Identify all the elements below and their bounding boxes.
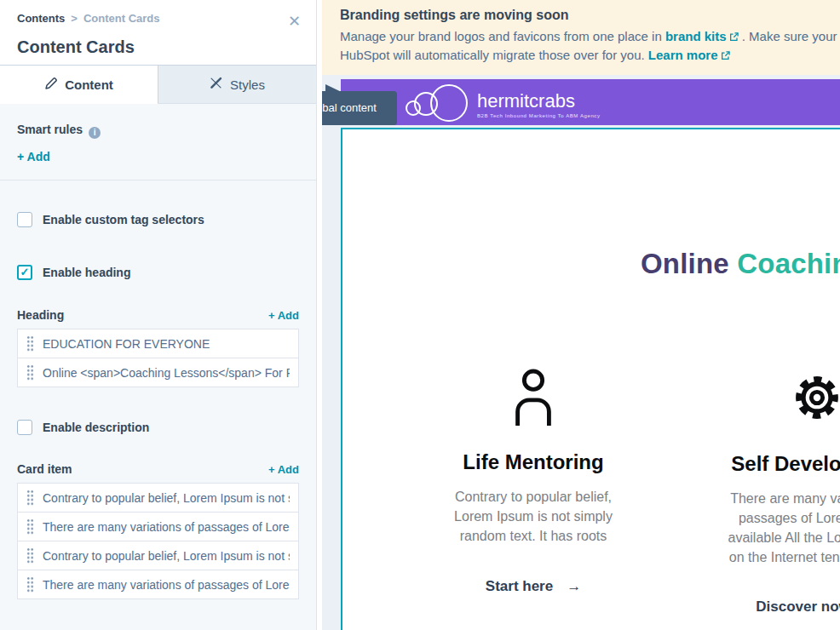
card-item-input-row[interactable]: Contrary to popular belief, Lorem Ipsum … xyxy=(17,483,299,513)
page-preview-pane: hermitcrabs B2B Tech Inbound Marketing T… xyxy=(322,75,840,630)
card-item-input-row[interactable]: Contrary to popular belief, Lorem Ipsum … xyxy=(17,541,299,570)
settings-sidebar: Contents > Content Cards ✕ Content Cards… xyxy=(0,0,317,630)
breadcrumb-link-contents[interactable]: Contents xyxy=(17,12,65,25)
heading-group-header: Heading + Add xyxy=(17,308,299,322)
heading-part-2: Coaching xyxy=(737,248,840,279)
heading-input-value[interactable]: EDUCATION FOR EVERYONE xyxy=(43,337,290,351)
heading-group-label: Heading xyxy=(17,308,64,322)
heading-input-row[interactable]: Online <span>Coaching Lessons</span> For… xyxy=(17,358,299,387)
logo-circles-icon xyxy=(404,82,470,128)
start-here-link[interactable]: Start here→ xyxy=(423,578,644,595)
card-description: There are many variations of passages of… xyxy=(689,489,840,567)
card-title: Life Mentoring xyxy=(423,450,644,474)
external-link-icon xyxy=(729,28,739,46)
gear-icon xyxy=(689,370,840,427)
sidebar-body: Smart rulesi + Add Enable custom tag sel… xyxy=(0,104,316,630)
card-item-list: Contrary to popular belief, Lorem Ipsum … xyxy=(17,483,299,599)
enable-description-checkbox[interactable] xyxy=(17,420,32,435)
section-divider xyxy=(0,180,316,180)
enable-heading-toggle-row: ✓ Enable heading xyxy=(17,265,299,280)
card-item-input-row[interactable]: There are many variations of passages of… xyxy=(17,512,299,541)
tab-styles[interactable]: Styles xyxy=(158,66,316,104)
heading-part-1: Online xyxy=(641,248,737,279)
preview-card-self-development: Self Development There are many variatio… xyxy=(689,370,840,616)
drag-handle-icon[interactable] xyxy=(26,335,34,352)
card-item-input-value[interactable]: Contrary to popular belief, Lorem Ipsum … xyxy=(43,491,290,505)
enable-description-label: Enable description xyxy=(43,421,149,434)
content-cards-editor: Contents > Content Cards ✕ Content Cards… xyxy=(0,0,840,630)
add-card-item-button[interactable]: + Add xyxy=(268,463,299,476)
card-item-input-value[interactable]: Contrary to popular belief, Lorem Ipsum … xyxy=(43,549,290,563)
enable-description-toggle-row: Enable description xyxy=(17,420,299,435)
smart-rules-label: Smart rulesi xyxy=(17,123,299,139)
heading-input-row[interactable]: EDUCATION FOR EVERYONE xyxy=(17,329,299,358)
drag-handle-icon[interactable] xyxy=(26,518,34,536)
tab-styles-label: Styles xyxy=(230,77,265,92)
brush-icon xyxy=(210,77,222,92)
global-content-tooltip: Global content xyxy=(322,91,397,125)
add-heading-button[interactable]: + Add xyxy=(268,309,299,322)
enable-heading-checkbox[interactable]: ✓ xyxy=(17,265,32,280)
card-item-input-value[interactable]: There are many variations of passages of… xyxy=(43,520,290,534)
branding-warning-banner: Branding settings are moving soon Manage… xyxy=(322,0,840,75)
person-icon xyxy=(423,369,644,426)
heading-input-value[interactable]: Online <span>Coaching Lessons</span> For… xyxy=(43,366,290,380)
card-group-header: Card item + Add xyxy=(17,462,299,476)
tab-content-label: Content xyxy=(65,77,113,92)
preview-site-header: hermitcrabs B2B Tech Inbound Marketing T… xyxy=(341,79,840,125)
card-description: Contrary to popular belief, Lorem Ipsum … xyxy=(423,487,644,546)
discover-now-link[interactable]: Discover now→ xyxy=(689,598,840,616)
custom-tags-label: Enable custom tag selectors xyxy=(43,213,204,226)
drag-handle-icon[interactable] xyxy=(26,364,34,381)
card-item-input-value[interactable]: There are many variations of passages of… xyxy=(43,578,290,592)
drag-handle-icon[interactable] xyxy=(26,547,34,564)
breadcrumb-current: Content Cards xyxy=(83,12,160,25)
custom-tags-toggle-row: Enable custom tag selectors xyxy=(17,212,299,227)
preview-heading: Online Coaching xyxy=(641,248,840,280)
external-link-icon xyxy=(721,47,730,65)
sidebar-header: Contents > Content Cards ✕ Content Cards xyxy=(0,0,316,65)
brand-kits-link[interactable]: brand kits xyxy=(665,29,727,43)
drag-handle-icon[interactable] xyxy=(26,576,34,593)
card-group-label: Card item xyxy=(17,462,72,476)
banner-line-1: Manage your brand logos and favicons fro… xyxy=(340,27,840,46)
custom-tags-checkbox[interactable] xyxy=(17,212,32,227)
logo-name: hermitcrabs xyxy=(477,91,601,112)
learn-more-link[interactable]: Learn more xyxy=(648,48,718,62)
tab-content[interactable]: Content xyxy=(0,66,158,104)
hermitcrabs-logo: hermitcrabs B2B Tech Inbound Marketing T… xyxy=(404,82,601,128)
preview-card-life-mentoring: Life Mentoring Contrary to popular belie… xyxy=(423,369,644,595)
panel-title: Content Cards xyxy=(17,37,299,57)
logo-tagline: B2B Tech Inbound Marketing To ABM Agency xyxy=(477,113,601,118)
tab-bar: Content Styles xyxy=(0,65,316,104)
banner-title: Branding settings are moving soon xyxy=(340,8,840,23)
card-item-input-row[interactable]: There are many variations of passages of… xyxy=(17,570,299,599)
pencil-icon xyxy=(44,77,57,93)
breadcrumb-separator: > xyxy=(71,12,78,25)
drag-handle-icon[interactable] xyxy=(26,490,34,507)
info-icon[interactable]: i xyxy=(89,127,101,139)
banner-line-2: HubSpot will automatically migrate those… xyxy=(340,46,840,65)
close-icon[interactable]: ✕ xyxy=(288,14,301,29)
arrow-right-icon: → xyxy=(567,578,581,594)
enable-heading-label: Enable heading xyxy=(43,266,130,279)
card-title: Self Development xyxy=(689,452,840,476)
breadcrumb: Contents > Content Cards xyxy=(17,12,299,25)
heading-item-list: EDUCATION FOR EVERYONE Online <span>Coac… xyxy=(17,329,299,387)
add-smart-rule-button[interactable]: + Add xyxy=(17,150,50,163)
